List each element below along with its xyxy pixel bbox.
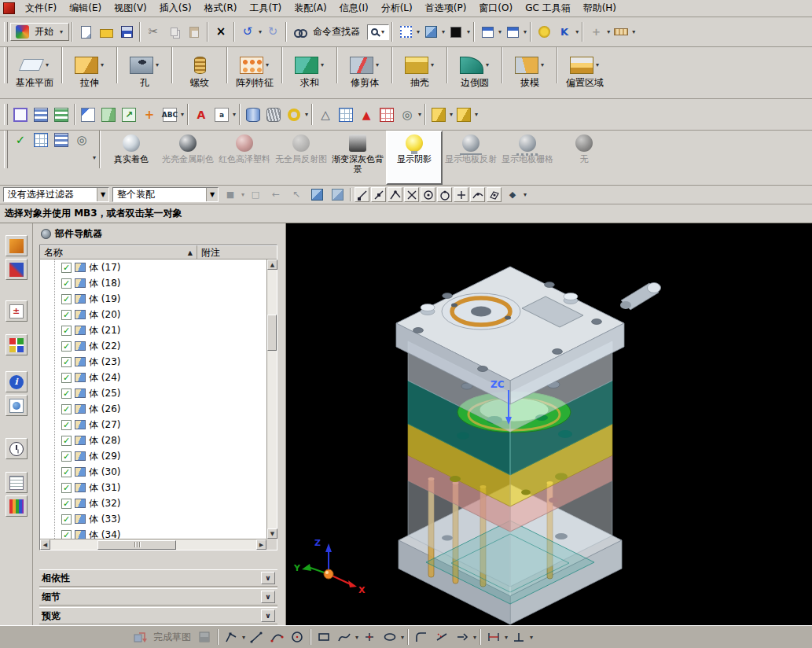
visibility-checkbox[interactable]: ✓ (61, 467, 72, 477)
screen-layout-button[interactable] (396, 23, 415, 42)
history-tab[interactable] (6, 438, 28, 459)
snap-quadrant-toggle[interactable] (437, 187, 452, 202)
chevron-down-icon[interactable]: ▾ (575, 28, 579, 35)
render-red-plastic-button[interactable]: 红色高泽塑料 (216, 131, 273, 185)
chevron-down-icon[interactable]: ▾ (541, 61, 544, 68)
visibility-checkbox[interactable]: ✓ (61, 388, 72, 399)
shaded-select-button[interactable] (307, 186, 326, 204)
arc-tool[interactable] (267, 628, 286, 646)
delete-button[interactable]: × (211, 23, 230, 42)
torus-button[interactable] (285, 105, 303, 124)
menu-help[interactable]: 帮助(H) (577, 0, 623, 17)
chevron-down-icon[interactable]: ▾ (266, 61, 269, 68)
visibility-checkbox[interactable]: ✓ (61, 373, 72, 383)
feature-trim-body-button[interactable]: ▾ 修剪体 (340, 47, 389, 98)
visual-compare-button[interactable]: ◎ (72, 131, 91, 149)
annotation-button[interactable]: A (192, 105, 211, 124)
menu-analysis[interactable]: 分析(L) (375, 0, 419, 17)
chevron-down-icon[interactable]: ▾ (498, 28, 502, 35)
chevron-down-icon[interactable]: ▾ (607, 28, 610, 35)
previous-selection-button[interactable]: ← (266, 186, 285, 204)
new-file-button[interactable] (76, 23, 95, 42)
mold-3d-model[interactable] (396, 267, 661, 624)
deselect-button[interactable]: □ (246, 186, 265, 204)
customize-button[interactable] (535, 23, 553, 42)
chevron-down-icon[interactable]: ∨ (261, 591, 275, 603)
tree-item[interactable]: ✓体 (27) (40, 417, 266, 433)
expression-tab[interactable]: ± (6, 300, 28, 322)
visibility-checkbox[interactable]: ✓ (61, 514, 72, 525)
chevron-down-icon[interactable]: ▾ (431, 61, 434, 68)
render-floor-reflection-button[interactable]: 显示地板反射 (443, 131, 499, 185)
window-cascade-button[interactable] (503, 23, 522, 42)
visibility-checkbox[interactable]: ✓ (61, 326, 72, 336)
tree-item[interactable]: ✓体 (17) (40, 260, 266, 275)
feature-thread-button[interactable]: 螺纹 (175, 47, 224, 98)
start-button[interactable]: 开始 ▾ (10, 23, 69, 41)
chevron-down-icon[interactable]: ▾ (241, 191, 244, 198)
text-button[interactable]: ABC (160, 105, 179, 124)
menu-gc-toolbox[interactable]: GC 工具箱 (519, 0, 577, 17)
menu-view[interactable]: 视图(V) (108, 0, 153, 17)
preview-section-bar[interactable]: 预览 ∨ (39, 607, 277, 624)
graphics-viewport[interactable]: ZC Z Y X (286, 223, 812, 625)
constraint-navigator-tab[interactable] (6, 259, 28, 280)
view-triad[interactable]: Z Y X (293, 538, 366, 595)
datum-plane-small-button[interactable] (99, 105, 118, 124)
command-finder-button[interactable]: 命令查找器 (290, 23, 366, 42)
render-gradient-background-button[interactable]: 渐变深灰色背景 (329, 131, 386, 185)
chevron-down-icon[interactable]: ▾ (417, 28, 420, 35)
scroll-left-button[interactable]: ◀ (40, 539, 50, 550)
visibility-checkbox[interactable]: ✓ (61, 310, 72, 320)
visibility-checkbox[interactable]: ✓ (61, 451, 72, 462)
details-section-bar[interactable]: 细节 ∨ (39, 588, 277, 606)
chevron-down-icon[interactable]: ▾ (473, 634, 476, 641)
triangle-mesh-button[interactable]: △ (316, 105, 335, 124)
chevron-down-icon[interactable]: ▾ (242, 634, 245, 641)
visibility-checkbox[interactable]: ✓ (61, 357, 72, 367)
chevron-down-icon[interactable]: ▾ (467, 28, 470, 35)
snap-control-point-toggle[interactable] (388, 187, 402, 202)
feature-unite-button[interactable]: ▾ 求和 (285, 47, 334, 98)
layer-settings-button[interactable] (31, 105, 50, 124)
visibility-checkbox[interactable]: ✓ (61, 420, 72, 430)
tree-item[interactable]: ✓体 (18) (40, 275, 266, 291)
ellipse-tool[interactable] (380, 628, 399, 646)
menu-tools[interactable]: 工具(T) (243, 0, 288, 17)
render-no-reflection-button[interactable]: 无全局反射图 (273, 131, 329, 185)
menu-insert[interactable]: 插入(S) (153, 0, 198, 17)
view-window-button[interactable] (11, 105, 30, 124)
feature-shell-button[interactable]: ▾ 抽壳 (395, 47, 444, 98)
scroll-right-button[interactable]: ▶ (256, 539, 266, 550)
chevron-down-icon[interactable]: ▾ (475, 111, 478, 118)
feature-extrude-button[interactable]: ▾ 拉伸 (65, 47, 114, 98)
assembly-navigator-tab[interactable] (6, 235, 28, 256)
web-browser-tab[interactable] (6, 395, 28, 416)
feature-pattern-button[interactable]: ▾ 阵列特征 (230, 47, 279, 98)
menu-assemblies[interactable]: 装配(A) (288, 0, 333, 17)
chevron-down-icon[interactable]: ▾ (442, 28, 445, 35)
chevron-down-icon[interactable]: ▾ (632, 28, 635, 35)
materials-tab[interactable] (6, 495, 28, 517)
constraint-tool[interactable] (509, 628, 528, 646)
fillet-tool[interactable] (412, 628, 431, 646)
horizontal-scrollbar[interactable]: ◀ ▶ (40, 539, 266, 550)
mold-3d-scene[interactable]: ZC Z Y X (286, 223, 812, 625)
note-column-header[interactable]: 附注 (197, 245, 277, 259)
snap-point-on-curve-toggle[interactable] (470, 187, 485, 202)
chevron-down-icon[interactable]: ▾ (305, 111, 308, 118)
tree-item[interactable]: ✓体 (26) (40, 401, 266, 417)
circle-tool[interactable] (288, 628, 307, 646)
hd3d-tool-tab[interactable]: i (6, 371, 28, 392)
snap-endpoint-toggle[interactable] (355, 187, 369, 202)
selection-scope-dropdown[interactable]: 整个装配 ▼ (112, 187, 219, 202)
horizontal-scroll-thumb[interactable] (97, 540, 176, 550)
render-show-shadow-button[interactable]: 显示阴影 (386, 131, 443, 185)
snap-options-button[interactable]: ◆ (503, 186, 522, 204)
tree-item[interactable]: ✓体 (30) (40, 464, 266, 480)
vertical-scroll-thumb[interactable] (267, 315, 277, 351)
scroll-down-button[interactable]: ▼ (267, 528, 277, 539)
name-column-header[interactable]: 名称 ▲ (40, 245, 197, 259)
visibility-checkbox[interactable]: ✓ (61, 341, 72, 352)
tree-item[interactable]: ✓体 (22) (40, 338, 266, 354)
